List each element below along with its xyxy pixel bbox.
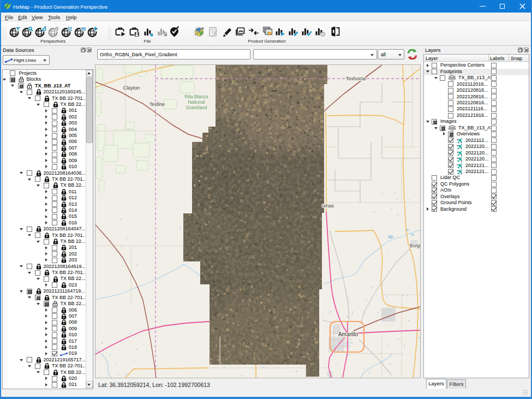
svg-text:umas: umas [322,203,334,209]
svg-text:Amarillo: Amarillo [338,331,358,337]
svg-text:30: 30 [81,26,86,32]
svg-text:Rita Blanca: Rita Blanca [184,94,208,99]
svg-text:Texhoma: Texhoma [346,76,366,81]
svg-text:Borge: Borge [410,243,420,248]
svg-text:Texline: Texline [150,102,165,107]
svg-text:National: National [188,99,205,105]
svg-text:Grassland: Grassland [186,105,207,110]
svg-text:Clayton: Clayton [123,85,140,91]
